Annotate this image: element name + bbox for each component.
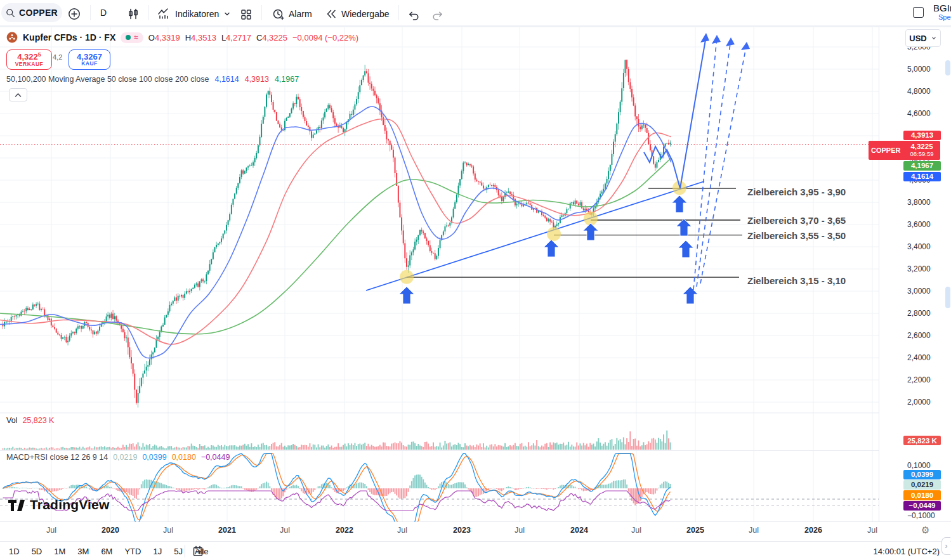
- clock-display[interactable]: 14:00:01 (UTC+2): [874, 542, 940, 560]
- volume-label: Vol: [6, 416, 17, 425]
- ma200-price-badge: 4,1967: [903, 161, 941, 171]
- alarm-clock-icon: [272, 8, 285, 21]
- price-tick: 3,6000: [907, 220, 931, 229]
- market-open-dot-icon: [126, 35, 131, 40]
- ma50-price-badge: 4,1614: [903, 172, 941, 181]
- volume-legend[interactable]: Vol 25,823 K: [6, 416, 54, 425]
- legend-collapse-button[interactable]: [9, 88, 27, 101]
- macd-value-badge: 0,0219: [903, 480, 941, 490]
- indicators-button[interactable]: Indikatoren: [157, 5, 232, 23]
- range-button-ytd[interactable]: YTD: [124, 547, 141, 556]
- chevron-down-icon[interactable]: [223, 10, 232, 18]
- time-tick: Jul: [515, 526, 525, 535]
- time-axis[interactable]: Jul2020Jul2021Jul2022Jul2023Jul2024Jul20…: [0, 522, 951, 541]
- bar-countdown: 08:59:59: [910, 151, 933, 157]
- price-tick: 2,2000: [907, 375, 931, 384]
- goto-date-button[interactable]: [192, 545, 204, 557]
- range-button-6m[interactable]: 6M: [101, 547, 112, 556]
- price-tick: 4,6000: [907, 109, 931, 118]
- time-tick: 2022: [336, 526, 353, 535]
- account-checkbox[interactable]: [913, 7, 924, 18]
- time-tick: Jul: [280, 526, 290, 535]
- price-tick: 2,8000: [907, 309, 931, 318]
- volume-value: 25,823 K: [22, 416, 54, 425]
- target-zone-label: Zielbereich 3,15 - 3,10: [747, 275, 846, 286]
- time-tick: 2023: [453, 526, 471, 535]
- chevron-down-icon: [931, 35, 937, 41]
- target-zone-label: Zielbereich 3,55 - 3,50: [747, 230, 846, 241]
- layout-templates-button[interactable]: [240, 6, 253, 23]
- range-button-1j[interactable]: 1J: [153, 547, 162, 556]
- chart-style-button[interactable]: [127, 5, 140, 23]
- indicators-icon: [157, 8, 171, 20]
- symbol-search-button[interactable]: COPPER: [1, 3, 62, 22]
- ma-legend-text: 50,100,200 Moving Average 50 close 100 c…: [6, 75, 209, 84]
- redo-arrow-icon: [431, 10, 444, 21]
- top-toolbar: COPPER D Indikatoren: [0, 0, 951, 25]
- undo-button[interactable]: [407, 6, 420, 24]
- buy-button[interactable]: 4,3267 KAUF: [69, 49, 110, 70]
- price-tick: 3,8000: [907, 198, 931, 207]
- interval-button[interactable]: D: [100, 4, 107, 22]
- account-subtext[interactable]: Spe: [938, 13, 951, 21]
- ma100-value: 4,3913: [245, 75, 269, 84]
- alarm-label: Alarm: [289, 9, 312, 19]
- macd-scale-tick: −0,1000: [907, 511, 935, 520]
- market-status-pill[interactable]: ≈: [121, 32, 143, 43]
- target-zone-label: Zielbereich 3,70 - 3,65: [747, 215, 846, 226]
- grid-layout-icon: [240, 8, 253, 21]
- ohlc-values: O4,3319 H4,3513 L4,2717 C4,3225 −0,0094 …: [148, 33, 358, 42]
- time-tick: 2021: [218, 526, 236, 535]
- range-button-1m[interactable]: 1M: [54, 547, 65, 556]
- tradingview-watermark: TradingView: [8, 497, 110, 512]
- compare-add-button[interactable]: [67, 5, 81, 23]
- price-tick: 3,0000: [907, 287, 931, 296]
- time-tick: 2026: [804, 526, 822, 535]
- macd-scale-tick: 0,1000: [907, 461, 931, 470]
- scroll-segment[interactable]: [945, 287, 950, 308]
- macd-value-badge: −0,0449: [903, 501, 941, 511]
- range-button-1d[interactable]: 1D: [9, 547, 20, 556]
- rsi-osc-value: −0,0449: [201, 453, 230, 462]
- macd-line-value: 0,0399: [142, 453, 166, 462]
- tradingview-logo-text: TradingView: [30, 497, 110, 512]
- symbol-title[interactable]: Kupfer CFDs · 1D · FX: [23, 32, 115, 42]
- panel-expand-tab[interactable]: ›: [941, 537, 950, 555]
- axis-settings-gear-icon[interactable]: ⚙: [921, 524, 929, 536]
- redo-button[interactable]: [431, 6, 444, 24]
- price-tick: 3,2000: [907, 264, 931, 273]
- currency-selector[interactable]: USD: [905, 29, 941, 47]
- replay-button[interactable]: Wiedergabe: [325, 5, 390, 23]
- symbol-tag: COPPER: [869, 141, 903, 160]
- time-tick: 2020: [102, 526, 119, 535]
- time-tick: Jul: [867, 526, 877, 535]
- time-tick: 2025: [686, 526, 704, 535]
- rewind-icon: [325, 8, 338, 20]
- replay-label: Wiedergabe: [341, 9, 390, 19]
- last-price-badge: COPPER 4,3225 08:59:59: [869, 141, 940, 160]
- range-button-5j[interactable]: 5J: [174, 547, 183, 556]
- symbol-header: Kupfer CFDs · 1D · FX ≈ O4,3319 H4,3513 …: [6, 32, 358, 43]
- scroll-segment[interactable]: [945, 60, 950, 75]
- ma-legend[interactable]: 50,100,200 Moving Average 50 close 100 c…: [6, 75, 299, 84]
- macd-signal-value: 0,0180: [172, 453, 196, 462]
- account-area: BGIn Spe: [913, 0, 951, 25]
- macd-label: MACD+RSI close 12 26 9 14: [6, 453, 108, 462]
- copper-icon: [6, 32, 18, 43]
- account-name[interactable]: BGIn: [933, 3, 951, 13]
- price-tick: 2,0000: [907, 398, 931, 407]
- ma200-value: 4,1967: [275, 75, 299, 84]
- macd-legend[interactable]: MACD+RSI close 12 26 9 14 0,0219 0,0399 …: [6, 453, 230, 462]
- macd-value-badge: 0,0180: [903, 490, 941, 500]
- spread-value: 4,2: [53, 53, 62, 61]
- interval-label: D: [100, 8, 107, 18]
- indicators-label: Indikatoren: [175, 9, 219, 19]
- range-button-5d[interactable]: 5D: [32, 547, 43, 556]
- time-tick: Jul: [46, 526, 56, 535]
- currency-label: USD: [909, 34, 926, 43]
- sell-button[interactable]: 4,3225 VERKAUF: [6, 49, 52, 70]
- price-tick: 3,4000: [907, 242, 931, 251]
- alarm-button[interactable]: Alarm: [272, 5, 312, 23]
- undo-arrow-icon: [407, 10, 420, 21]
- range-button-3m[interactable]: 3M: [77, 547, 89, 556]
